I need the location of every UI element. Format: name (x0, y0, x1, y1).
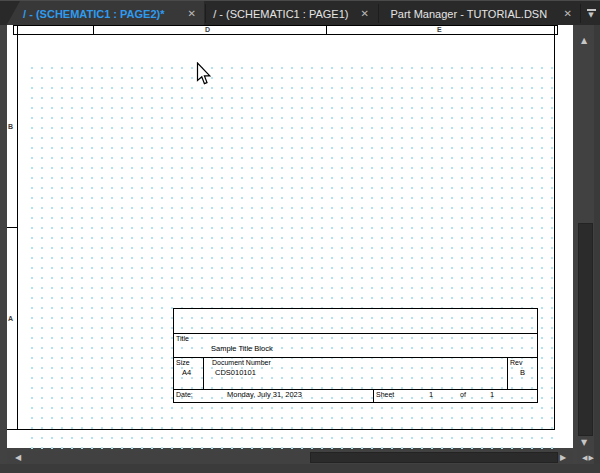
scroll-right-icon[interactable]: ▶ (560, 454, 566, 462)
zone-label-left-b: B (8, 123, 13, 131)
ruler-tick (93, 25, 94, 35)
frame-right-line (554, 25, 555, 430)
right-edge-gutter (594, 25, 600, 473)
ruler-tick (557, 25, 558, 35)
rev-label: Rev (510, 359, 522, 367)
bottom-edge-strip (0, 464, 600, 473)
title-block-line (203, 357, 204, 389)
ruler-zone-divider (7, 227, 17, 228)
tab-label: / - (SCHEMATIC1 : PAGE2)* (6, 8, 182, 20)
title-block-line (174, 333, 537, 334)
sheet-total: 1 (490, 391, 494, 399)
close-icon[interactable]: ✕ (361, 8, 369, 19)
tab-schematic1-page1[interactable]: / - (SCHEMATIC1 : PAGE1) ✕ (207, 1, 377, 26)
frame-bottom-line (7, 429, 555, 430)
mouse-cursor-icon (196, 62, 212, 88)
date-value: Monday, July 31, 2023 (227, 391, 302, 399)
zone-label-left-a: A (8, 315, 13, 323)
sheet-of-label: of (460, 391, 466, 399)
tab-schematic1-page2[interactable]: / - (SCHEMATIC1 : PAGE2)* ✕ (6, 1, 204, 26)
horizontal-scrollbar-thumb[interactable] (310, 452, 558, 463)
title-label: Title (176, 335, 189, 343)
schematic-editor-window: / - (SCHEMATIC1 : PAGE2)* ✕ / - (SCHEMAT… (0, 0, 600, 473)
title-block: Title Sample Title Block Size A4 Documen… (173, 308, 538, 403)
tab-separator (378, 4, 379, 23)
title-value: Sample Title Block (211, 345, 273, 353)
size-value: A4 (182, 369, 191, 377)
frame-left-line (17, 25, 18, 430)
document-number-value: CDS010101 (215, 369, 256, 377)
sheet-number: 1 (429, 391, 433, 399)
size-label: Size (176, 359, 190, 367)
title-block-line (507, 357, 508, 389)
vertical-scrollbar[interactable]: ▲ ▼ (577, 25, 594, 451)
tab-separator (205, 4, 206, 23)
ruler-top-line (13, 25, 558, 26)
title-block-line (174, 357, 537, 358)
scroll-left-icon[interactable]: ◀ (15, 454, 21, 462)
scroll-up-icon[interactable]: ▲ (581, 37, 587, 45)
sheet-label: Sheet (376, 391, 394, 399)
schematic-page[interactable]: D E B A Title Sample Title Block Size A4… (7, 25, 573, 448)
chevron-down-icon: ▼ (588, 12, 593, 19)
tab-label: Part Manager - TUTORIAL.DSN (380, 8, 558, 20)
tab-part-manager[interactable]: Part Manager - TUTORIAL.DSN ✕ (380, 1, 580, 26)
zone-label-top-e: E (437, 26, 442, 34)
tab-separator (580, 4, 581, 23)
close-icon[interactable]: ✕ (188, 8, 196, 19)
close-icon[interactable]: ✕ (564, 8, 572, 19)
ruler-tick (13, 25, 14, 35)
document-number-label: Document Number (212, 359, 271, 367)
frame-top-line (13, 34, 558, 35)
rev-value: B (520, 369, 525, 377)
pan-horizontal-icon: ◀▶ (582, 454, 595, 462)
tab-label: / - (SCHEMATIC1 : PAGE1) (207, 8, 355, 20)
tab-list-dropdown-button[interactable]: ▼ (582, 1, 600, 26)
title-block-line (373, 389, 374, 402)
document-tab-bar: / - (SCHEMATIC1 : PAGE2)* ✕ / - (SCHEMAT… (0, 0, 600, 25)
horizontal-scrollbar[interactable]: ◀ ▶ (7, 451, 573, 464)
ruler-tick (326, 25, 327, 35)
zone-label-top-d: D (205, 26, 210, 34)
vertical-scrollbar-thumb[interactable] (578, 223, 593, 436)
date-label: Date: (176, 391, 193, 399)
scroll-down-icon[interactable]: ▼ (581, 439, 587, 447)
